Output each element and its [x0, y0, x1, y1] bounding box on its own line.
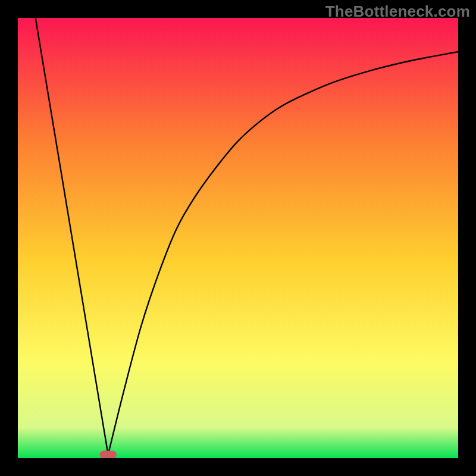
chart-frame: TheBottleneck.com	[0, 0, 476, 476]
optimum-marker	[100, 451, 117, 458]
chart-svg	[18, 18, 458, 458]
gradient-background	[18, 18, 458, 458]
plot-area	[18, 18, 458, 458]
